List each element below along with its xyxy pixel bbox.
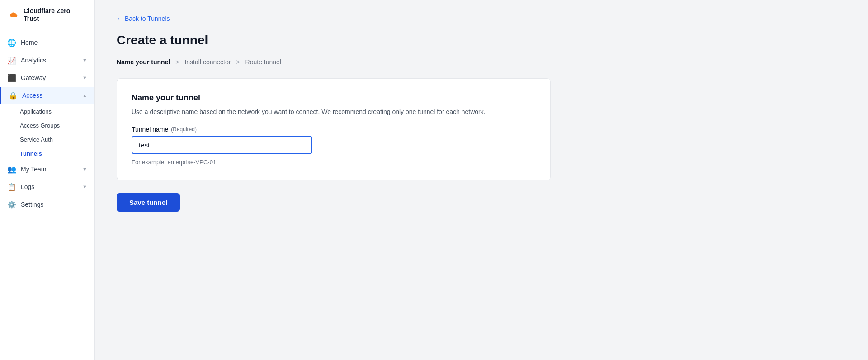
logs-arrow-icon: ▼ (82, 184, 87, 189)
analytics-arrow-icon: ▼ (82, 57, 87, 63)
service-auth-label: Service Auth (20, 136, 53, 143)
sidebar-item-home[interactable]: 🌐 Home (0, 34, 94, 52)
required-badge: (Required) (171, 126, 197, 133)
settings-icon: ⚙️ (7, 200, 16, 209)
sidebar-item-settings[interactable]: ⚙️ Settings (0, 196, 94, 213)
logs-icon: 📋 (7, 183, 16, 191)
breadcrumb-sep-2: > (236, 58, 240, 66)
sidebar-item-access-label: Access (22, 92, 42, 99)
sidebar-item-my-team[interactable]: 👥 My Team ▼ (0, 161, 94, 178)
card-description: Use a descriptive name based on the netw… (132, 107, 536, 117)
home-icon: 🌐 (7, 38, 16, 47)
app-name: Cloudflare Zero Trust (24, 7, 87, 23)
access-subnav: Applications Access Groups Service Auth … (0, 104, 94, 161)
gateway-arrow-icon: ▼ (82, 75, 87, 81)
sidebar-item-home-label: Home (21, 39, 38, 46)
main-content-area: ← Back to Tunnels Create a tunnel Name y… (95, 0, 868, 360)
back-to-tunnels-link[interactable]: ← Back to Tunnels (117, 15, 170, 22)
breadcrumb-step-1: Name your tunnel (117, 58, 170, 66)
sidebar-item-applications[interactable]: Applications (0, 104, 94, 118)
sidebar-item-logs[interactable]: 📋 Logs ▼ (0, 178, 94, 196)
sidebar-item-gateway[interactable]: ⬛ Gateway ▼ (0, 69, 94, 87)
tunnel-name-input[interactable] (132, 136, 312, 154)
sidebar-item-logs-label: Logs (21, 183, 34, 190)
sidebar-item-my-team-label: My Team (21, 166, 47, 173)
applications-label: Applications (20, 108, 52, 115)
app-logo: Cloudflare Zero Trust (0, 0, 94, 30)
access-arrow-icon: ▲ (82, 93, 87, 98)
page-title: Create a tunnel (117, 33, 616, 47)
breadcrumb-step-3: Route tunnel (245, 58, 281, 66)
tunnel-name-label: Tunnel name (Required) (132, 126, 536, 133)
save-tunnel-button[interactable]: Save tunnel (117, 193, 180, 212)
card-title: Name your tunnel (132, 93, 536, 103)
gateway-icon: ⬛ (7, 74, 16, 82)
my-team-icon: 👥 (7, 165, 16, 174)
cloudflare-logo-icon (7, 9, 20, 21)
sidebar-item-service-auth[interactable]: Service Auth (0, 133, 94, 147)
breadcrumb: Name your tunnel > Install connector > R… (117, 58, 616, 66)
tunnel-name-card: Name your tunnel Use a descriptive name … (117, 78, 551, 180)
sidebar-item-access[interactable]: 🔒 Access ▲ (0, 87, 94, 104)
sidebar-item-access-groups[interactable]: Access Groups (0, 118, 94, 133)
sidebar-item-settings-label: Settings (21, 201, 44, 208)
breadcrumb-sep-1: > (175, 58, 179, 66)
sidebar-item-gateway-label: Gateway (21, 74, 46, 81)
sidebar-item-analytics[interactable]: 📈 Analytics ▼ (0, 52, 94, 69)
my-team-arrow-icon: ▼ (82, 166, 87, 172)
tunnels-label: Tunnels (20, 150, 42, 157)
access-groups-label: Access Groups (20, 122, 60, 129)
analytics-icon: 📈 (7, 56, 16, 65)
sidebar-item-tunnels[interactable]: Tunnels (0, 147, 94, 161)
access-icon: 🔒 (9, 91, 18, 100)
breadcrumb-step-2: Install connector (184, 58, 231, 66)
sidebar-item-analytics-label: Analytics (21, 57, 46, 64)
sidebar: Cloudflare Zero Trust 🌐 Home 📈 Analytics… (0, 0, 95, 360)
tunnel-name-hint: For example, enterprise-VPC-01 (132, 159, 536, 166)
sidebar-nav: 🌐 Home 📈 Analytics ▼ ⬛ Gateway ▼ 🔒 Acces… (0, 30, 94, 360)
